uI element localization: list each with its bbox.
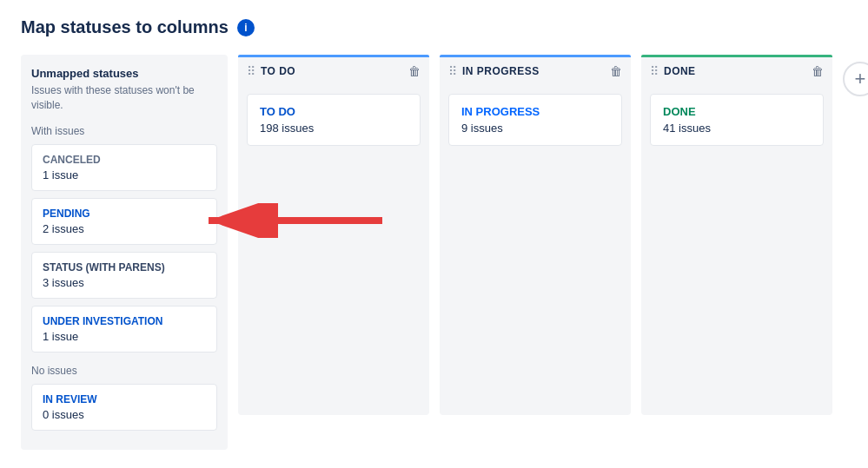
col-status-count-todo: 198 issues	[260, 122, 407, 135]
column-title-done: DONE	[664, 65, 696, 77]
unmapped-panel: Unmapped statuses Issues with these stat…	[21, 55, 228, 450]
drag-handle-todo[interactable]: ⠿	[247, 64, 255, 78]
with-issues-label: With issues	[31, 125, 217, 137]
status-card-pending: PENDING 2 issues	[31, 198, 217, 245]
col-status-count-done: 41 issues	[663, 122, 811, 135]
status-count-in-review: 0 issues	[43, 408, 206, 421]
status-card-canceled: CANCELED 1 issue	[31, 144, 217, 191]
status-count-status-parens: 3 issues	[43, 276, 206, 289]
drag-handle-done[interactable]: ⠿	[650, 64, 659, 78]
drag-handle-inprogress[interactable]: ⠿	[448, 64, 457, 78]
status-count-under-investigation: 1 issue	[43, 330, 206, 343]
column-body-done: DONE 41 issues	[641, 85, 832, 415]
column-status-card-done: DONE 41 issues	[650, 94, 824, 146]
delete-todo-button[interactable]: 🗑	[408, 64, 421, 78]
column-status-card-inprogress: IN PROGRESS 9 issues	[448, 94, 622, 146]
col-status-count-inprogress: 9 issues	[461, 122, 609, 135]
status-name-status-parens: STATUS (WITH PARENS)	[43, 261, 206, 274]
status-card-in-review: IN REVIEW 0 issues	[31, 384, 217, 431]
column-header-left-todo: ⠿ TO DO	[247, 64, 295, 78]
columns-area: Unmapped statuses Issues with these stat…	[21, 55, 847, 450]
delete-done-button[interactable]: 🗑	[812, 64, 824, 78]
column-title-todo: TO DO	[261, 65, 295, 77]
no-issues-section: No issues IN REVIEW 0 issues	[31, 365, 217, 431]
column-status-card-todo: TO DO 198 issues	[247, 94, 421, 146]
arrow-svg	[204, 203, 387, 238]
plus-icon: +	[855, 68, 866, 90]
col-status-name-todo: TO DO	[260, 105, 407, 118]
status-name-in-review: IN REVIEW	[43, 393, 206, 405]
col-status-name-done: DONE	[663, 105, 811, 118]
column-done: ⠿ DONE 🗑 DONE 41 issues	[641, 55, 832, 415]
page-header: Map statuses to columns i	[21, 17, 847, 37]
status-card-under-investigation: UNDER INVESTIGATION 1 issue	[31, 306, 217, 353]
delete-inprogress-button[interactable]: 🗑	[610, 64, 622, 78]
page-title: Map statuses to columns	[21, 17, 229, 37]
add-column-button[interactable]: +	[843, 62, 868, 96]
status-card-status-parens: STATUS (WITH PARENS) 3 issues	[31, 252, 217, 299]
column-header-left-inprogress: ⠿ IN PROGRESS	[448, 64, 540, 78]
info-icon[interactable]: i	[237, 19, 255, 36]
status-count-pending: 2 issues	[43, 222, 206, 235]
unmapped-title: Unmapped statuses	[31, 67, 217, 80]
status-count-canceled: 1 issue	[43, 168, 206, 181]
column-title-inprogress: IN PROGRESS	[462, 65, 540, 77]
status-name-under-investigation: UNDER INVESTIGATION	[43, 315, 206, 327]
column-header-inprogress: ⠿ IN PROGRESS 🗑	[440, 55, 631, 85]
column-header-done: ⠿ DONE 🗑	[641, 55, 832, 85]
col-status-name-inprogress: IN PROGRESS	[461, 105, 609, 118]
no-issues-label: No issues	[31, 365, 217, 377]
column-body-todo: TO DO 198 issues	[238, 85, 429, 415]
page: Map statuses to columns i Unmapped statu…	[0, 0, 868, 468]
status-name-canceled: CANCELED	[43, 154, 206, 166]
column-body-inprogress: IN PROGRESS 9 issues	[440, 85, 631, 415]
status-name-pending: PENDING	[43, 208, 206, 220]
unmapped-description: Issues with these statuses won't be visi…	[31, 83, 217, 113]
column-inprogress: ⠿ IN PROGRESS 🗑 IN PROGRESS 9 issues	[440, 55, 631, 415]
column-header-left-done: ⠿ DONE	[650, 64, 696, 78]
column-header-todo: ⠿ TO DO 🗑	[238, 55, 429, 85]
